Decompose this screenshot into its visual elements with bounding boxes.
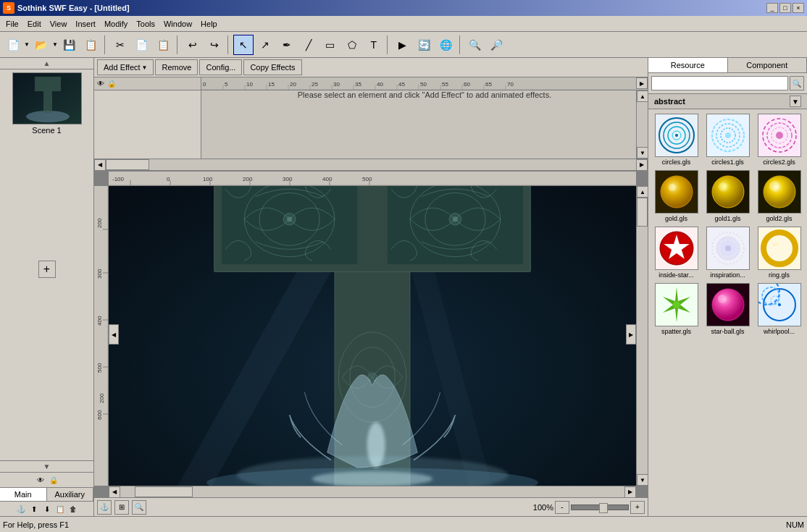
preview-button[interactable]: 🌐	[436, 35, 456, 55]
anchor-button[interactable]: ⚓	[97, 500, 112, 515]
svg-text:600: 600	[96, 410, 103, 420]
panel-collapse-arrow[interactable]: ▲	[43, 59, 51, 67]
save-button[interactable]: 💾	[59, 35, 80, 55]
move-up-icon[interactable]: ⬆	[28, 503, 40, 515]
effects-scroll-up[interactable]: ▲	[637, 90, 648, 102]
canvas-vscroll-thumb[interactable]	[637, 198, 648, 227]
resource-whirlpool[interactable]: whirlpool...	[754, 282, 804, 337]
line-tool[interactable]: ╱	[298, 35, 319, 55]
eye-icon[interactable]: 👁	[35, 474, 46, 486]
zoom-fit-button[interactable]: 🔍	[132, 500, 146, 515]
component-tab[interactable]: Component	[728, 58, 808, 72]
panel-expand-arrow[interactable]: ▼	[43, 463, 51, 470]
select-tool[interactable]: ↖	[233, 35, 254, 55]
subselect-tool[interactable]: ↗	[255, 35, 275, 55]
canvas-expand-right[interactable]: ▶	[626, 324, 636, 345]
new-dropdown-arrow[interactable]: ▼	[24, 41, 30, 48]
effects-hscroll-thumb[interactable]	[106, 159, 149, 170]
search-button[interactable]: 🔍	[790, 76, 804, 90]
copy-button[interactable]: 📄	[132, 35, 152, 55]
search-input[interactable]	[651, 76, 788, 90]
new-button-group[interactable]: 📄 ▼	[3, 35, 30, 55]
menu-modify[interactable]: Modify	[100, 18, 132, 30]
menu-window[interactable]: Window	[159, 18, 196, 30]
effects-message: Please select an element and click "Add …	[201, 90, 648, 99]
new-button[interactable]: 📄	[3, 35, 23, 55]
resource-star-ball[interactable]: star-ball.gls	[703, 282, 753, 337]
timeline-lock-icon[interactable]: 🔒	[107, 80, 116, 88]
canvas-content[interactable]	[109, 186, 636, 486]
delete-icon[interactable]: 🗑	[67, 503, 79, 515]
add-effect-arrow[interactable]: ▼	[142, 64, 148, 71]
tab-auxiliary[interactable]: Auxiliary	[47, 488, 94, 501]
open-button-group[interactable]: 📂 ▼	[31, 35, 58, 55]
resource-inspiration[interactable]: inspiration...	[703, 225, 753, 280]
zoom-slider[interactable]	[571, 504, 629, 510]
resource-ring[interactable]: ring.gls	[754, 225, 804, 280]
scene-1-thumbnail[interactable]	[12, 72, 82, 124]
timeline-eye-icon[interactable]: 👁	[97, 80, 104, 88]
maximize-button[interactable]: □	[779, 3, 791, 13]
effects-hscroll-left[interactable]: ◀	[94, 159, 106, 171]
resource-circles2[interactable]: circles2.gls	[754, 112, 804, 167]
paste-button[interactable]: 📋	[154, 35, 174, 55]
zoom-in-tool[interactable]: 🔍	[465, 35, 485, 55]
toolbar-separator-3	[227, 35, 230, 54]
redo-button[interactable]: ↪	[204, 35, 225, 55]
resource-tab[interactable]: Resource	[648, 58, 728, 72]
menu-tools[interactable]: Tools	[132, 18, 159, 30]
move-down-icon[interactable]: ⬇	[41, 503, 53, 515]
remove-button[interactable]: Remove	[155, 59, 198, 75]
copy-effects-button[interactable]: Copy Effects	[243, 59, 301, 75]
canvas-vscroll-up[interactable]: ▲	[637, 186, 648, 198]
config-button[interactable]: Config...	[199, 59, 242, 75]
zoom-decrease-button[interactable]: -	[555, 501, 569, 514]
category-expand-button[interactable]: ▼	[790, 96, 801, 107]
window-controls[interactable]: _ □ ×	[766, 3, 804, 13]
lock-icon[interactable]: 🔒	[48, 474, 59, 486]
menu-edit[interactable]: Edit	[23, 18, 46, 30]
resource-circles1[interactable]: circles1.gls	[703, 112, 753, 167]
poly-tool[interactable]: ⬠	[342, 35, 362, 55]
close-button[interactable]: ×	[793, 3, 804, 13]
resource-spatter[interactable]: spatter.gls	[651, 282, 701, 337]
zoom-increase-button[interactable]: +	[630, 501, 645, 514]
tab-main[interactable]: Main	[0, 488, 47, 501]
save-as-button[interactable]: 📋	[81, 35, 101, 55]
canvas-vscroll-down[interactable]: ▼	[637, 474, 648, 486]
resource-gold[interactable]: gold.gls	[651, 169, 701, 224]
add-scene-button[interactable]: +	[38, 261, 56, 278]
pen-tool[interactable]: ✒	[277, 35, 297, 55]
cut-button[interactable]: ✂	[110, 35, 130, 55]
canvas-hscroll-thumb[interactable]	[135, 486, 193, 497]
open-button[interactable]: 📂	[31, 35, 51, 55]
canvas-hscroll-right[interactable]: ▶	[624, 486, 636, 498]
resource-gold1[interactable]: gold1.gls	[703, 169, 753, 224]
timeline-scroll-right[interactable]: ▶	[636, 77, 648, 89]
play-button[interactable]: ▶	[393, 35, 413, 55]
resource-inside-star[interactable]: inside-star...	[651, 225, 701, 280]
loop-button[interactable]: 🔄	[414, 35, 435, 55]
minimize-button[interactable]: _	[766, 3, 778, 13]
text-tool[interactable]: T	[364, 35, 384, 55]
fit-button[interactable]: ⊞	[114, 500, 129, 515]
anchor-icon[interactable]: ⚓	[15, 503, 27, 515]
menu-help[interactable]: Help	[196, 18, 222, 30]
open-dropdown-arrow[interactable]: ▼	[52, 41, 58, 48]
resource-circles[interactable]: circles.gls	[651, 112, 701, 167]
menu-file[interactable]: File	[1, 18, 23, 30]
zoom-out-tool[interactable]: 🔎	[487, 35, 507, 55]
menu-insert[interactable]: Insert	[71, 18, 100, 30]
undo-button[interactable]: ↩	[183, 35, 203, 55]
zoom-slider-thumb[interactable]	[599, 503, 608, 513]
add-effect-button[interactable]: Add Effect ▼	[97, 59, 154, 75]
left-panel: ▲	[0, 58, 94, 516]
effects-hscroll-right[interactable]: ▶	[636, 159, 648, 171]
canvas-expand-left[interactable]: ◀	[109, 324, 119, 345]
duplicate-icon[interactable]: 📋	[54, 503, 66, 515]
canvas-hscroll-left[interactable]: ◀	[109, 486, 120, 498]
resource-gold2[interactable]: gold2.gls	[754, 169, 804, 224]
menu-view[interactable]: View	[46, 18, 72, 30]
effects-scroll-down[interactable]: ▼	[637, 147, 648, 159]
rect-tool[interactable]: ▭	[320, 35, 340, 55]
